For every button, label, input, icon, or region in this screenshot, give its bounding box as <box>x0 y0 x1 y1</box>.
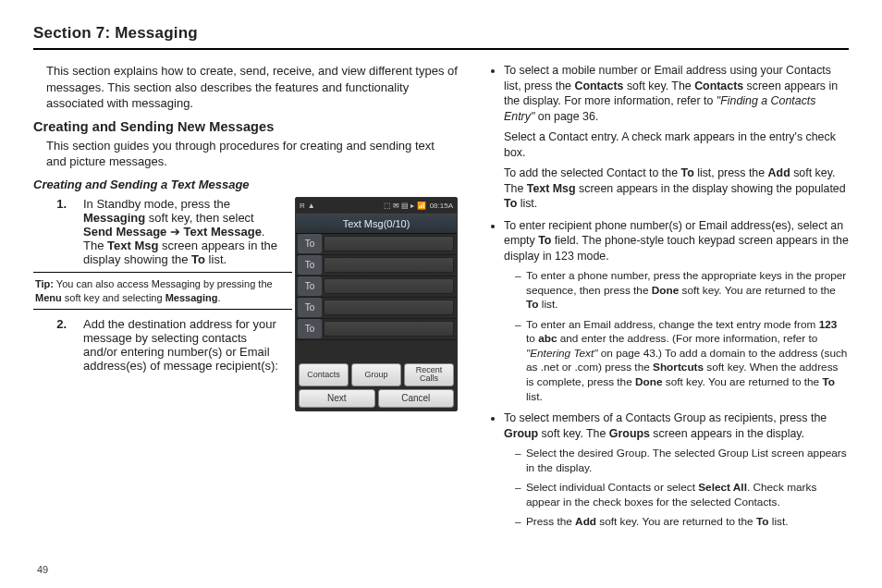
left-column: This section explains how to create, sen… <box>33 63 458 536</box>
phone-tab-contacts[interactable]: Contacts <box>299 363 349 386</box>
right-column: To select a mobile number or Email addre… <box>487 63 849 536</box>
phone-tab-recent-calls[interactable]: Recent Calls <box>404 363 454 386</box>
bullet-enter-recipients: To enter recipient phone number(s) or Em… <box>504 218 849 405</box>
to-row[interactable]: To <box>296 276 457 298</box>
to-label: To <box>298 298 322 317</box>
to-row[interactable]: To <box>296 255 457 276</box>
tip-label: Tip: <box>35 278 54 289</box>
phone-screenshot: R▲ ⬚ ✉ ▤ ▸ 📶 08:15A Text Msg(0/10) To To… <box>295 197 458 411</box>
phone-title: Text Msg(0/10) <box>296 214 457 234</box>
to-field[interactable] <box>324 300 454 315</box>
page-number: 49 <box>37 564 48 575</box>
phone-softkey-cancel[interactable]: Cancel <box>378 389 455 408</box>
to-label: To <box>298 276 322 296</box>
heading-creating-and-sending: Creating and Sending New Messages <box>33 119 458 134</box>
dash-item: To enter a phone number, press the appro… <box>515 269 849 312</box>
sub-paragraph: To add the selected Contact to the To li… <box>504 165 849 212</box>
step-2: 2. Add the destination address for your … <box>33 317 288 373</box>
content-columns: This section explains how to create, sen… <box>33 63 849 536</box>
to-row[interactable]: To <box>296 234 457 255</box>
to-field[interactable] <box>324 278 454 294</box>
dash-item: Press the Add soft key. You are returned… <box>515 515 849 530</box>
intro-paragraph: This section explains how to create, sen… <box>33 63 458 112</box>
phone-status-bar: R▲ ⬚ ✉ ▤ ▸ 📶 08:15A <box>296 198 457 214</box>
step-text: In Standby mode, press the Messaging sof… <box>83 197 288 266</box>
step-number: 1. <box>46 197 67 266</box>
bullet-group: To select members of a Contacts Group as… <box>504 410 849 530</box>
step-1: 1. In Standby mode, press the Messaging … <box>33 197 288 266</box>
to-label: To <box>298 234 322 253</box>
to-label: To <box>298 319 322 338</box>
dash-item: Select individual Contacts or select Sel… <box>515 481 849 509</box>
to-row[interactable]: To <box>296 298 457 319</box>
heading-creating-text-message: Creating and Sending a Text Message <box>33 178 458 191</box>
phone-time: 08:15A <box>430 202 453 210</box>
to-field[interactable] <box>324 321 454 337</box>
to-field[interactable] <box>324 236 454 251</box>
creating-intro: This section guides you through procedur… <box>33 138 458 170</box>
section-title: Section 7: Messaging <box>33 24 849 50</box>
tip-block: Tip: You can also access Messaging by pr… <box>33 272 292 311</box>
bullet-contacts: To select a mobile number or Email addre… <box>504 63 849 212</box>
to-row[interactable]: To <box>296 319 457 340</box>
sub-paragraph: Select a Contact entry. A check mark app… <box>504 129 849 160</box>
step-text: Add the destination address for your mes… <box>83 317 288 373</box>
step-number: 2. <box>46 317 67 373</box>
dash-item: To enter an Email address, change the te… <box>515 318 849 404</box>
dash-item: Select the desired Group. The selected G… <box>515 447 849 475</box>
to-field[interactable] <box>324 257 454 273</box>
to-label: To <box>298 255 322 275</box>
phone-status-icons: ⬚ ✉ ▤ ▸ 📶 <box>384 202 426 210</box>
phone-softkey-next[interactable]: Next <box>299 389 375 408</box>
phone-tab-group[interactable]: Group <box>351 363 401 386</box>
